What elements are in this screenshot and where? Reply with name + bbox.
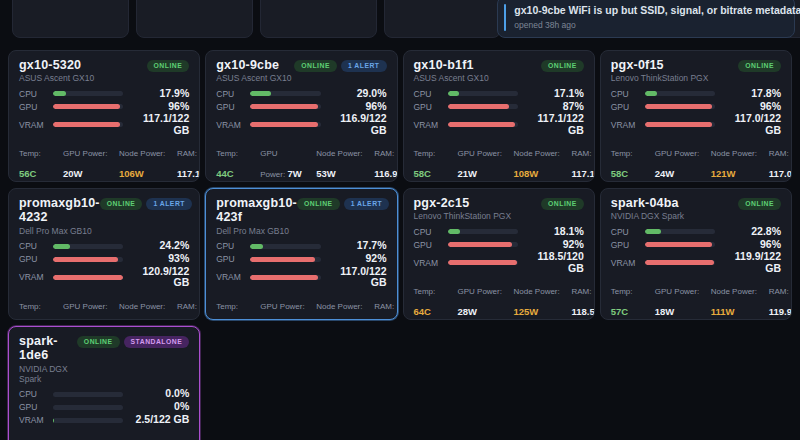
online-badge: ONLINE xyxy=(147,60,190,72)
node-card-pgx-0f15[interactable]: pgx-0f15 Lenovo ThinkStation PGX ONLINE … xyxy=(600,50,792,182)
stat: Node Power: 106W xyxy=(119,141,177,182)
metric-label: GPU xyxy=(19,102,53,112)
stat-row: Temp: 58CGPU Power: 24WNode Power: 121WR… xyxy=(611,141,781,182)
metric-vram: VRAM117.1/122 GB xyxy=(414,113,584,136)
badge-group: ONLINE xyxy=(147,60,190,72)
metric-label: CPU xyxy=(611,227,645,237)
metric-vram: VRAM117.0/122 GB xyxy=(216,266,386,289)
metric-list: CPU0.0%GPU0%VRAM2.5/122 GB xyxy=(19,388,189,427)
online-badge: ONLINE xyxy=(294,60,337,72)
metric-value: 96% xyxy=(331,101,387,113)
node-card-gx10-5320[interactable]: gx10-5320 ASUS Ascent GX10 ONLINE CPU17.… xyxy=(8,50,200,182)
metric-cpu: CPU17.1% xyxy=(414,87,584,100)
stat-label: Node Power: xyxy=(119,149,165,158)
metric-vram: VRAM119.9/122 GB xyxy=(611,251,781,274)
metric-cpu: CPU17.7% xyxy=(216,240,386,253)
stat-value: 28W xyxy=(458,306,478,317)
metric-list: CPU17.1%GPU87%VRAM117.1/122 GB xyxy=(414,87,584,136)
stat-value: 58C xyxy=(414,168,431,179)
card-stub[interactable] xyxy=(260,0,377,38)
stat: GPU Power: 28W xyxy=(458,279,514,320)
stat: RAM: 120.9/122 GB xyxy=(177,294,200,320)
metric-bar-fill xyxy=(53,91,66,96)
metric-bar-fill xyxy=(645,242,712,247)
node-card-spark-1de6[interactable]: spark-1de6 NVIDIA DGX Spark ONLINESTANDA… xyxy=(8,326,200,440)
metric-vram: VRAM2.5/122 GB xyxy=(19,414,189,427)
stat-value: 7W xyxy=(287,168,301,179)
metric-bar-fill xyxy=(53,418,54,423)
online-badge: ONLINE xyxy=(738,198,781,210)
metric-bar xyxy=(250,91,320,96)
metric-value: 17.9% xyxy=(133,88,189,100)
stat-label: RAM: xyxy=(177,149,197,158)
metric-cpu: CPU17.9% xyxy=(19,87,189,100)
node-card-spark-04ba[interactable]: spark-04ba NVIDIA DGX Spark ONLINE CPU22… xyxy=(600,188,792,320)
metric-label: CPU xyxy=(611,89,645,99)
stat: RAM: 116.9/122 GB xyxy=(374,141,397,182)
metric-value: 18.1% xyxy=(528,226,584,238)
metric-label: VRAM xyxy=(414,120,448,130)
stat-label: RAM: xyxy=(177,302,197,311)
card-stub[interactable] xyxy=(136,0,253,38)
metric-bar xyxy=(448,242,518,247)
metric-value: 24.2% xyxy=(133,240,189,252)
metric-cpu: CPU18.1% xyxy=(414,225,584,238)
stat: Temp: 58C xyxy=(414,141,458,182)
online-badge: ONLINE xyxy=(100,198,143,210)
metric-bar-fill xyxy=(448,229,461,234)
stat-label: GPU Power: xyxy=(458,149,502,158)
metric-value: 118.5/120 GB xyxy=(528,251,584,274)
stat-label: Temp: xyxy=(414,149,436,158)
metric-bar-fill xyxy=(53,257,118,262)
metric-value: 87% xyxy=(528,101,584,113)
metric-bar xyxy=(645,260,715,265)
stat: GPU Power: 28W xyxy=(63,294,119,320)
stat-row: Temp: 37CGPU Power: 4WNode Power: --RAM:… xyxy=(19,432,189,440)
node-card-promaxgb10-423f[interactable]: promaxgb10-423f Dell Pro Max GB10 ONLINE… xyxy=(205,188,397,320)
stat-value: 118.5/120 GB xyxy=(572,306,595,317)
metric-bar xyxy=(53,257,123,262)
stat-label: GPU Power: xyxy=(63,149,107,158)
metric-value: 117.1/122 GB xyxy=(133,113,189,136)
stat-value: 44C xyxy=(216,168,233,179)
metric-bar-fill xyxy=(645,91,658,96)
metric-value: 93% xyxy=(133,253,189,265)
metric-value: 17.1% xyxy=(528,88,584,100)
metric-bar xyxy=(250,257,320,262)
metric-bar xyxy=(53,405,123,410)
metric-bar xyxy=(250,244,320,249)
metric-bar-fill xyxy=(645,229,661,234)
stat: Node Power: 111W xyxy=(711,279,769,320)
node-card-gx10-9cbe[interactable]: gx10-9cbe ASUS Ascent GX10 ONLINE1 ALERT… xyxy=(205,50,397,182)
metric-cpu: CPU29.0% xyxy=(216,87,386,100)
node-card-gx10-b1f1[interactable]: gx10-b1f1 ASUS Ascent GX10 ONLINE CPU17.… xyxy=(403,50,595,182)
metric-value: 17.7% xyxy=(331,240,387,252)
alert-notification[interactable]: gx10-9cbe WiFi is up but SSID, signal, o… xyxy=(497,0,795,38)
stat: Temp: 64C xyxy=(414,279,458,320)
stat-value: 111W xyxy=(711,306,735,317)
stat: RAM: 119.9/122 GB xyxy=(769,279,792,320)
stat: GPU Power: 20W xyxy=(63,141,119,182)
card-stub[interactable] xyxy=(384,0,501,38)
alert-badge: 1 ALERT xyxy=(344,198,390,210)
metric-list: CPU22.8%GPU96%VRAM119.9/122 GB xyxy=(611,225,781,274)
node-name: spark-1de6 xyxy=(19,334,77,363)
stat-value: 24W xyxy=(655,168,675,179)
metric-vram: VRAM117.1/122 GB xyxy=(19,113,189,136)
node-model: Lenovo ThinkStation PGX xyxy=(414,211,512,221)
stat-value: 117.1/122 GB xyxy=(572,168,595,179)
metric-label: CPU xyxy=(216,241,250,251)
metric-bar-fill xyxy=(645,260,714,265)
stat: Node Power: 121W xyxy=(711,141,769,182)
card-stub[interactable] xyxy=(12,0,129,38)
metric-gpu: GPU92% xyxy=(216,253,386,266)
node-card-promaxgb10-4232[interactable]: promaxgb10-4232 Dell Pro Max GB10 ONLINE… xyxy=(8,188,200,320)
metric-bar xyxy=(250,104,320,109)
stat-label: RAM: xyxy=(769,149,789,158)
metric-value: 0.0% xyxy=(133,388,189,400)
metric-list: CPU29.0%GPU96%VRAM116.9/122 GB xyxy=(216,87,386,136)
node-grid: gx10-5320 ASUS Ascent GX10 ONLINE CPU17.… xyxy=(0,50,800,440)
node-card-pgx-2c15[interactable]: pgx-2c15 Lenovo ThinkStation PGX ONLINE … xyxy=(403,188,595,320)
metric-bar-fill xyxy=(448,104,509,109)
stat-label: RAM: xyxy=(572,149,592,158)
